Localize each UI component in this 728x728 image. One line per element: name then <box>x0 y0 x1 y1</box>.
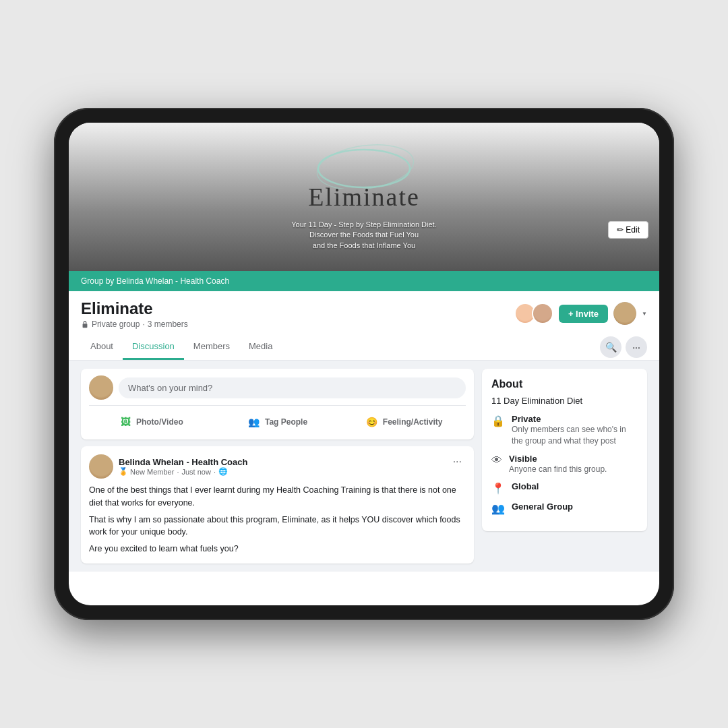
tablet-screen: Eliminate Your 11 Day - Step by Step Eli… <box>69 123 659 605</box>
photo-video-icon: 🖼 <box>119 415 132 429</box>
tab-media[interactable]: Media <box>239 334 282 360</box>
group-by-label: Group by Belinda Whelan - Health Coach <box>81 276 229 286</box>
subtitle-line-3: and the Foods that Inflame You <box>291 241 436 251</box>
private-icon: 🔒 <box>491 415 505 427</box>
tablet-device: Eliminate Your 11 Day - Step by Step Eli… <box>54 108 674 620</box>
badge-label: New Member <box>130 468 174 476</box>
post-paragraph-3: Are you excited to learn what fuels you? <box>89 543 466 555</box>
about-item-private-content: Private Only members can see who's in th… <box>512 414 638 447</box>
tabs-right: 🔍 ··· <box>600 336 647 358</box>
global-label: Global <box>512 481 539 491</box>
about-description: 11 Day Elimination Diet <box>491 396 638 406</box>
cover-subtitle: Your 11 Day - Step by Step Elimination D… <box>291 220 436 251</box>
post-author-info: Belinda Whelan - Health Coach 🏅 New Memb… <box>89 454 247 479</box>
feeling-icon: 😊 <box>365 415 379 429</box>
post-composer: What's on your mind? 🖼 Photo/Video 👥 Tag… <box>81 369 474 439</box>
visible-label: Visible <box>509 454 607 464</box>
more-options-button[interactable]: ··· <box>626 336 647 358</box>
subtitle-line-2: Discover the Foods that Fuel You <box>291 230 436 240</box>
post-paragraph-2: That is why I am so passionate about thi… <box>89 514 466 539</box>
post-card: Belinda Whelan - Health Coach 🏅 New Memb… <box>81 446 474 564</box>
about-item-visible-content: Visible Anyone can find this group. <box>509 454 607 475</box>
group-logo-text: Eliminate <box>308 182 420 212</box>
feed-column: What's on your mind? 🖼 Photo/Video 👥 Tag… <box>81 369 474 564</box>
group-header: Eliminate Private group · 3 members + In… <box>69 291 659 329</box>
tabs-bar: About Discussion Members Media 🔍 ··· <box>69 334 659 361</box>
visible-icon: 👁 <box>491 454 502 466</box>
composer-actions: 🖼 Photo/Video 👥 Tag People 😊 Feeling/Act… <box>89 405 466 433</box>
about-item-global-content: Global <box>512 481 539 491</box>
photo-video-label: Photo/Video <box>136 417 183 427</box>
about-item-general-group: 👥 General Group <box>491 502 638 515</box>
tag-people-label: Tag People <box>265 417 307 427</box>
dot-sep-2: · <box>177 468 179 476</box>
post-visibility-icon: 🌐 <box>218 467 228 476</box>
tab-members[interactable]: Members <box>184 334 239 360</box>
post-body: One of the best things that I ever learn… <box>89 484 466 555</box>
logo-circle-decoration <box>310 135 418 189</box>
post-author-avatar <box>89 454 113 479</box>
group-member-count: 3 members <box>148 320 188 329</box>
dot-sep-3: · <box>214 468 216 476</box>
member-avatar-2 <box>532 303 553 324</box>
about-item-visible: 👁 Visible Anyone can find this group. <box>491 454 638 475</box>
group-meta: Private group · 3 members <box>81 320 188 329</box>
post-header: Belinda Whelan - Health Coach 🏅 New Memb… <box>89 454 466 479</box>
invite-button[interactable]: + Invite <box>559 305 608 323</box>
member-avatars <box>514 303 553 324</box>
tab-discussion[interactable]: Discussion <box>123 334 184 360</box>
group-privacy: Private group <box>92 320 140 329</box>
private-label: Private <box>512 414 638 424</box>
dot-separator: · <box>142 320 144 329</box>
new-member-badge: 🏅 New Member <box>119 467 174 476</box>
badge-icon: 🏅 <box>119 467 128 476</box>
tag-people-icon: 👥 <box>247 415 261 429</box>
global-icon: 📍 <box>491 482 505 495</box>
subtitle-line-1: Your 11 Day - Step by Step Elimination D… <box>291 220 436 230</box>
post-meta-line: 🏅 New Member · Just now · 🌐 <box>119 467 247 476</box>
svg-rect-2 <box>83 324 88 328</box>
cover-area: Eliminate Your 11 Day - Step by Step Eli… <box>69 123 659 271</box>
visible-sub: Anyone can find this group. <box>509 464 607 475</box>
logo-area: Eliminate <box>308 135 420 212</box>
feeling-label: Feeling/Activity <box>383 417 443 427</box>
tag-people-button[interactable]: 👥 Tag People <box>216 411 340 433</box>
about-card: About 11 Day Elimination Diet 🔒 Private … <box>482 369 647 531</box>
group-title-section: Eliminate Private group · 3 members <box>81 299 188 329</box>
composer-avatar <box>89 375 113 400</box>
post-paragraph-1: One of the best things that I ever learn… <box>89 484 466 510</box>
tabs-left: About Discussion Members Media <box>81 334 282 360</box>
about-item-private: 🔒 Private Only members can see who's in … <box>491 414 638 447</box>
lock-icon <box>81 320 89 328</box>
post-time: Just now <box>181 468 210 476</box>
search-button[interactable]: 🔍 <box>600 336 621 358</box>
post-author-name: Belinda Whelan - Health Coach <box>119 457 247 467</box>
compose-input[interactable]: What's on your mind? <box>119 377 466 398</box>
group-by-bar: Group by Belinda Whelan - Health Coach <box>69 271 659 291</box>
post-author-details: Belinda Whelan - Health Coach 🏅 New Memb… <box>119 457 247 476</box>
about-item-global: 📍 Global <box>491 481 638 495</box>
photo-video-button[interactable]: 🖼 Photo/Video <box>89 411 213 433</box>
group-name: Eliminate <box>81 299 188 318</box>
general-group-label: General Group <box>512 502 573 512</box>
about-column: About 11 Day Elimination Diet 🔒 Private … <box>482 369 647 564</box>
content-area: What's on your mind? 🖼 Photo/Video 👥 Tag… <box>69 361 659 572</box>
user-avatar-menu-button[interactable] <box>613 302 636 325</box>
feeling-activity-button[interactable]: 😊 Feeling/Activity <box>342 411 466 433</box>
tab-about[interactable]: About <box>81 334 123 360</box>
composer-top: What's on your mind? <box>89 375 466 400</box>
private-sub: Only members can see who's in the group … <box>512 424 638 447</box>
about-card-title: About <box>491 378 638 390</box>
post-more-button[interactable]: ··· <box>449 454 466 469</box>
group-actions: + Invite ▼ <box>514 302 647 325</box>
edit-cover-button[interactable]: ✏ Edit <box>608 221 648 239</box>
chevron-down-icon: ▼ <box>642 311 647 317</box>
about-item-general-content: General Group <box>512 502 573 512</box>
general-group-icon: 👥 <box>491 502 505 515</box>
